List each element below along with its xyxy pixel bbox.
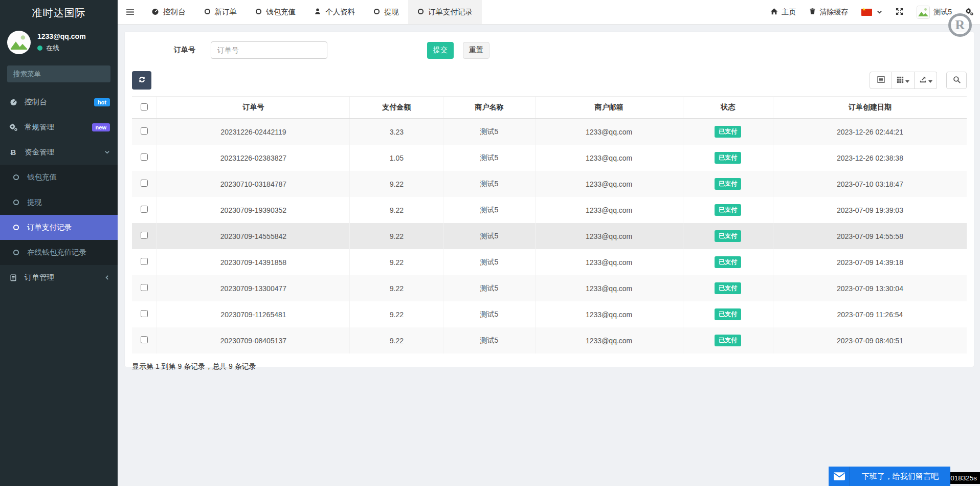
trash-icon — [809, 8, 816, 16]
sidebar-item-label: 钱包充值 — [27, 172, 57, 182]
hamburger-button[interactable] — [118, 0, 142, 24]
refresh-button[interactable] — [132, 71, 151, 90]
tab-dashboard[interactable]: 控制台 — [142, 0, 195, 24]
sidebar-item-funds-management[interactable]: Ƀ资金管理 — [0, 140, 118, 165]
gears-icon — [8, 123, 19, 131]
table-row: 20230709-143918589.22测试51233@qq.com已支付20… — [132, 249, 967, 275]
circle-icon — [10, 174, 21, 181]
circle-icon — [204, 8, 211, 16]
envelope-icon — [829, 467, 850, 486]
user-avatar[interactable] — [7, 31, 31, 54]
row-checkbox-cell — [132, 119, 157, 145]
row-checkbox[interactable] — [141, 258, 148, 265]
row-checkbox[interactable] — [141, 336, 148, 343]
cell-email: 1233@qq.com — [535, 145, 683, 171]
cell-merchant: 测试5 — [443, 197, 536, 223]
cell-status: 已支付 — [683, 249, 773, 275]
reset-button[interactable]: 重置 — [463, 42, 489, 59]
cell-merchant: 测试5 — [443, 119, 536, 145]
cell-amount: 9.22 — [350, 327, 443, 354]
language-dropdown[interactable]: ★ — [855, 0, 889, 24]
table-row: 20230709-133004779.22测试51233@qq.com已支付20… — [132, 275, 967, 301]
user-status-label: 在线 — [46, 43, 59, 53]
chevron-left-icon — [104, 275, 110, 280]
order-no-input[interactable] — [211, 41, 327, 59]
cell-status: 已支付 — [683, 171, 773, 197]
user-icon — [314, 8, 321, 16]
caret-down-icon — [905, 77, 909, 84]
chevron-down-icon — [877, 8, 882, 16]
sidebar-item-general-management[interactable]: 常规管理new — [0, 115, 118, 140]
row-checkbox[interactable] — [141, 180, 148, 187]
export-button[interactable] — [915, 72, 937, 89]
sidebar-item-dashboard[interactable]: 控制台hot — [0, 90, 118, 115]
cell-status: 已支付 — [683, 223, 773, 249]
cell-order_no: 20230709-08405137 — [157, 327, 350, 354]
tab-order-payment-records[interactable]: 订单支付记录 — [408, 0, 482, 24]
home-link[interactable]: 主页 — [764, 0, 803, 24]
status-badge: 已支付 — [715, 308, 741, 320]
row-checkbox[interactable] — [141, 232, 148, 239]
status-badge: 已支付 — [715, 152, 741, 164]
row-checkbox[interactable] — [141, 153, 148, 161]
cell-merchant: 测试5 — [443, 145, 536, 171]
cell-amount: 9.22 — [350, 275, 443, 301]
status-badge: 已支付 — [715, 282, 741, 294]
sidebar-submenu: 钱包充值提现订单支付记录在线钱包充值记录 — [0, 165, 118, 265]
submit-button[interactable]: 提交 — [427, 42, 454, 59]
toggle-view-button[interactable] — [870, 72, 892, 89]
column-header-0: 订单号 — [157, 97, 350, 119]
clear-cache-link[interactable]: 清除缓存 — [803, 0, 855, 24]
expand-icon — [896, 8, 903, 17]
row-checkbox[interactable] — [141, 310, 148, 317]
feedback-chat-bar[interactable]: 下班了，给我们留言吧 — [829, 467, 950, 486]
columns-button[interactable] — [892, 72, 915, 89]
row-checkbox[interactable] — [141, 127, 148, 135]
cell-status: 已支付 — [683, 301, 773, 327]
table-row: 20230709-084051379.22测试51233@qq.com已支付20… — [132, 327, 967, 354]
topnav-avatar — [917, 6, 930, 19]
table-toolbar — [132, 71, 967, 90]
row-checkbox[interactable] — [141, 284, 148, 291]
column-header-2: 商户名称 — [443, 97, 536, 119]
cell-created: 2023-07-10 03:18:47 — [773, 171, 967, 197]
table-search-button[interactable] — [946, 72, 967, 89]
cell-status: 已支付 — [683, 275, 773, 301]
sidebar: 准时达国际 1233@qq.com 在线 控制台hot常规管理newɃ资金管理钱… — [0, 0, 118, 486]
tab-new-order[interactable]: 新订单 — [195, 0, 247, 24]
row-checkbox[interactable] — [141, 206, 148, 213]
column-header-5: 订单创建日期 — [773, 97, 967, 119]
cell-amount: 9.22 — [350, 197, 443, 223]
sidebar-item-wallet-recharge[interactable]: 钱包充值 — [0, 165, 118, 190]
sidebar-item-withdraw[interactable]: 提现 — [0, 190, 118, 215]
cell-order_no: 20230709-11265481 — [157, 301, 350, 327]
column-header-4: 状态 — [683, 97, 773, 119]
status-badge: 已支付 — [715, 335, 741, 346]
cell-created: 2023-12-26 02:38:38 — [773, 145, 967, 171]
status-badge: 已支付 — [715, 230, 741, 242]
cell-status: 已支付 — [683, 145, 773, 171]
registered-logo: R — [948, 13, 972, 37]
fullscreen-button[interactable] — [889, 0, 910, 24]
filter-form: 订单号 提交 重置 — [132, 41, 967, 59]
row-checkbox-cell — [132, 145, 157, 171]
search-icon — [953, 76, 961, 85]
sidebar-search-button[interactable] — [110, 65, 110, 82]
tab-profile[interactable]: 个人资料 — [305, 0, 364, 24]
cell-order_no: 20231226-02383827 — [157, 145, 350, 171]
table-row: 20230709-145558429.22测试51233@qq.com已支付20… — [132, 223, 967, 249]
tab-wallet-recharge[interactable]: 钱包充值 — [246, 0, 305, 24]
select-all-checkbox[interactable] — [141, 103, 148, 111]
circle-icon — [255, 8, 262, 16]
status-badge: 已支付 — [715, 204, 741, 216]
cell-amount: 3.23 — [350, 119, 443, 145]
sidebar-item-order-payment-records[interactable]: 订单支付记录 — [0, 215, 118, 240]
row-checkbox-cell — [132, 301, 157, 327]
sidebar-item-order-management[interactable]: 订单管理 — [0, 265, 118, 290]
sidebar-search-input[interactable] — [7, 65, 110, 82]
sidebar-item-online-wallet-recharge-records[interactable]: 在线钱包充值记录 — [0, 240, 118, 265]
sidebar-item-label: 提现 — [27, 197, 42, 207]
cell-email: 1233@qq.com — [535, 119, 683, 145]
table-row: 20230710-031847879.22测试51233@qq.com已支付20… — [132, 171, 967, 197]
tab-withdraw[interactable]: 提现 — [364, 0, 408, 24]
